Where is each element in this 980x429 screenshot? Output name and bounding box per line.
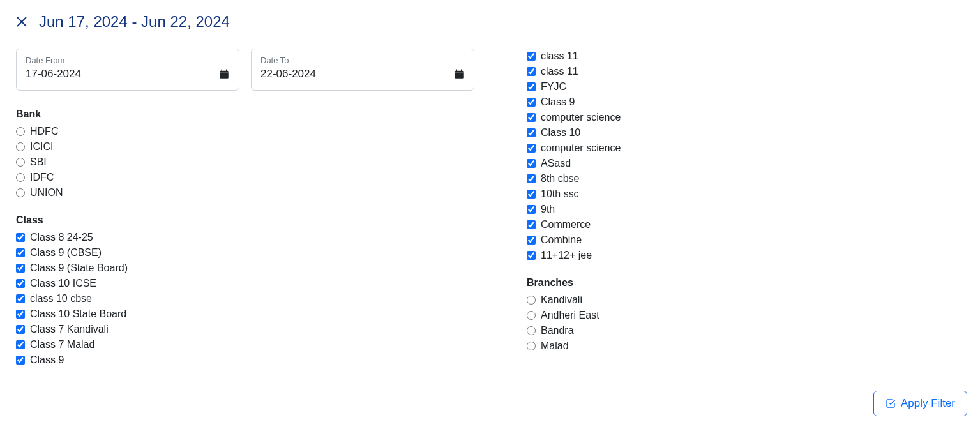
option-label: 10th ssc [541, 186, 579, 202]
radio-input[interactable] [16, 173, 25, 182]
radio-input[interactable] [527, 311, 536, 320]
checkbox-input[interactable] [527, 128, 536, 137]
option-label: Class 10 State Board [30, 306, 126, 322]
apply-filter-button[interactable]: Apply Filter [873, 391, 967, 395]
option-label: Malad [541, 338, 569, 354]
filter-body: Date From 17-06-2024 Date To 22-06-2024 [16, 49, 967, 382]
checkbox-input[interactable] [527, 144, 536, 153]
checkbox-input[interactable] [527, 220, 536, 229]
option-label: FYJC [541, 79, 566, 94]
radio-input[interactable] [16, 127, 25, 136]
option-label: ASasd [541, 156, 571, 171]
checkbox-input[interactable] [16, 294, 25, 303]
radio-input[interactable] [527, 326, 536, 335]
option-row: class 11 [527, 49, 967, 64]
checkbox-input[interactable] [527, 190, 536, 199]
option-label: Class 10 [541, 125, 580, 140]
date-from-field[interactable]: Date From 17-06-2024 [16, 49, 239, 91]
checkbox-input[interactable] [527, 82, 536, 91]
option-row: IDFC [16, 170, 488, 185]
checkbox-input[interactable] [527, 113, 536, 122]
option-row: HDFC [16, 124, 488, 139]
option-row: Andheri East [527, 308, 967, 323]
checkbox-input[interactable] [16, 356, 25, 365]
class-options-right: class 11class 11FYJCClass 9computer scie… [527, 49, 967, 263]
option-row: Class 10 State Board [16, 306, 488, 322]
option-row: Class 10 [527, 125, 967, 140]
calendar-icon[interactable] [453, 68, 465, 80]
date-to-field[interactable]: Date To 22-06-2024 [251, 49, 474, 91]
option-row: 8th cbse [527, 171, 967, 186]
checkbox-input[interactable] [527, 251, 536, 260]
svg-rect-10 [455, 73, 464, 73]
option-label: Class 7 Kandivali [30, 322, 109, 337]
option-row: 9th [527, 202, 967, 217]
option-label: 8th cbse [541, 171, 579, 186]
option-row: FYJC [527, 79, 967, 94]
checkbox-input[interactable] [16, 248, 25, 257]
option-label: computer science [541, 110, 621, 125]
option-row: UNION [16, 185, 488, 200]
option-row: Class 9 [527, 94, 967, 110]
date-inputs: Date From 17-06-2024 Date To 22-06-2024 [16, 49, 488, 91]
checkbox-input[interactable] [527, 205, 536, 214]
option-row: class 10 cbse [16, 291, 488, 306]
checkbox-input[interactable] [527, 52, 536, 61]
svg-rect-6 [220, 73, 229, 73]
checkbox-input[interactable] [527, 159, 536, 168]
option-label: ICICI [30, 139, 53, 154]
checkbox-input[interactable] [16, 233, 25, 242]
radio-input[interactable] [527, 342, 536, 350]
date-from-label: Date From [26, 56, 230, 65]
checkbox-input[interactable] [527, 98, 536, 107]
option-row: ASasd [527, 156, 967, 171]
option-row: class 11 [527, 64, 967, 79]
option-row: Class 10 ICSE [16, 276, 488, 291]
radio-input[interactable] [16, 188, 25, 197]
date-from-value: 17-06-2024 [26, 68, 81, 80]
option-row: Class 9 (CBSE) [16, 245, 488, 260]
branches-heading: Branches [527, 277, 967, 289]
date-to-value: 22-06-2024 [260, 68, 316, 80]
option-label: computer science [541, 140, 621, 156]
option-label: Class 8 24-25 [30, 230, 93, 245]
option-label: Class 10 ICSE [30, 276, 96, 291]
option-row: Malad [527, 338, 967, 354]
checkbox-input[interactable] [16, 264, 25, 273]
filter-header: Jun 17, 2024 - Jun 22, 2024 [16, 13, 967, 31]
option-row: Commerce [527, 217, 967, 232]
svg-rect-8 [456, 70, 458, 72]
option-label: IDFC [30, 170, 54, 185]
option-row: Class 7 Kandivali [16, 322, 488, 337]
radio-input[interactable] [527, 296, 536, 305]
radio-input[interactable] [16, 142, 25, 151]
option-label: Andheri East [541, 308, 599, 323]
checkbox-input[interactable] [16, 340, 25, 349]
bank-heading: Bank [16, 109, 488, 120]
option-label: Combine [541, 232, 582, 248]
option-row: Kandivali [527, 292, 967, 308]
svg-rect-9 [461, 70, 462, 72]
calendar-icon[interactable] [218, 68, 230, 80]
option-label: Kandivali [541, 292, 582, 308]
option-label: 9th [541, 202, 555, 217]
option-row: Combine [527, 232, 967, 248]
close-icon[interactable] [16, 16, 27, 27]
svg-rect-7 [455, 71, 464, 79]
option-row: SBI [16, 154, 488, 170]
option-label: UNION [30, 185, 63, 200]
checkbox-input[interactable] [16, 310, 25, 319]
option-row: Class 7 Malad [16, 337, 488, 352]
radio-input[interactable] [16, 158, 25, 167]
option-label: Class 9 [541, 94, 575, 110]
checkbox-input[interactable] [527, 67, 536, 76]
checkbox-input[interactable] [527, 236, 536, 245]
option-label: class 10 cbse [30, 291, 92, 306]
option-label: Class 9 [30, 352, 64, 368]
bank-options: HDFCICICISBIIDFCUNION [16, 124, 488, 200]
checkbox-input[interactable] [16, 325, 25, 334]
left-column: Date From 17-06-2024 Date To 22-06-2024 [16, 49, 488, 382]
checkbox-input[interactable] [527, 174, 536, 183]
checkbox-input[interactable] [16, 279, 25, 288]
option-label: class 11 [541, 64, 578, 79]
